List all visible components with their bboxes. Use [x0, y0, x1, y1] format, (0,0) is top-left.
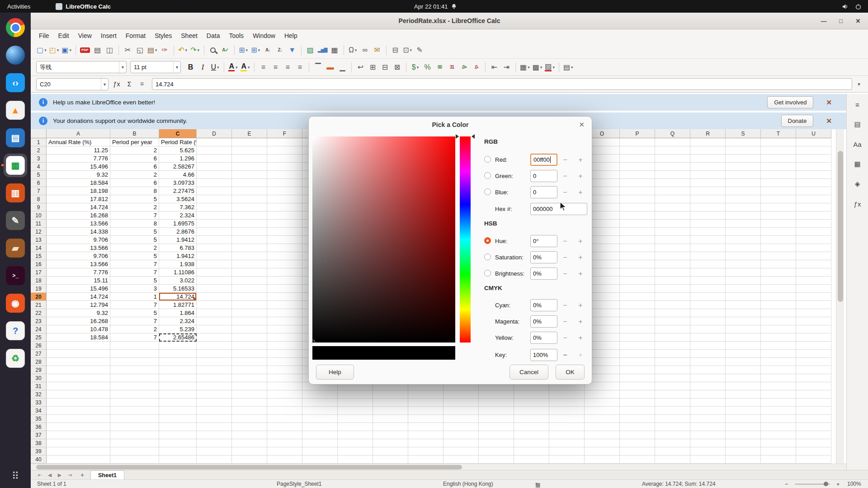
cell-F1[interactable]: [267, 138, 302, 146]
cell-U30[interactable]: [796, 374, 831, 382]
cell-S29[interactable]: [726, 366, 761, 374]
cell-C15[interactable]: 1.9412: [159, 252, 197, 260]
row-header-19[interactable]: 19: [31, 285, 47, 293]
cell-Q17[interactable]: [655, 268, 690, 277]
cell-P17[interactable]: [620, 268, 655, 277]
cell-Q14[interactable]: [655, 244, 690, 252]
cell-F26[interactable]: [267, 342, 302, 350]
cell-F21[interactable]: [267, 301, 302, 309]
insert-row-button[interactable]: ⊞: [237, 44, 250, 56]
cell-Q19[interactable]: [655, 285, 690, 293]
cell-P37[interactable]: [620, 431, 655, 439]
cell-H36[interactable]: [338, 423, 373, 431]
cell-Q5[interactable]: [655, 171, 690, 179]
cell-M40[interactable]: [514, 455, 549, 464]
cell-A38[interactable]: [47, 439, 110, 447]
cell-S32[interactable]: [726, 390, 761, 399]
insert-image-button[interactable]: ▨: [304, 44, 316, 56]
cell-Q25[interactable]: [655, 333, 690, 342]
saturation-input[interactable]: 0%: [530, 251, 557, 263]
cell-M36[interactable]: [514, 423, 549, 431]
cell-T33[interactable]: [761, 399, 796, 407]
insert-comment-button[interactable]: ✉: [371, 44, 383, 56]
blue-increase-button[interactable]: +: [574, 188, 587, 197]
row-header-3[interactable]: 3: [31, 155, 47, 163]
cell-C36[interactable]: [159, 423, 197, 431]
cell-R6[interactable]: [690, 179, 726, 187]
export-pdf-button[interactable]: PDF: [79, 44, 91, 56]
borders-button[interactable]: ▦: [519, 61, 531, 74]
cell-B13[interactable]: 5: [110, 236, 159, 244]
cell-R30[interactable]: [690, 374, 726, 382]
cell-P34[interactable]: [620, 407, 655, 415]
cell-R1[interactable]: [690, 138, 726, 146]
menu-window[interactable]: Window: [248, 30, 280, 41]
cell-T19[interactable]: [761, 285, 796, 293]
key-decrease-button[interactable]: −: [558, 350, 572, 360]
cell-D35[interactable]: [197, 415, 232, 423]
cell-I32[interactable]: [373, 390, 408, 399]
percent-button[interactable]: %: [421, 61, 434, 74]
row-header-23[interactable]: 23: [31, 317, 47, 325]
cell-U6[interactable]: [796, 179, 831, 187]
cell-A15[interactable]: 9.706: [47, 252, 110, 260]
cell-Q37[interactable]: [655, 431, 690, 439]
hue-marker-right-icon[interactable]: [472, 134, 475, 139]
cell-S25[interactable]: [726, 333, 761, 342]
cell-P22[interactable]: [620, 309, 655, 317]
activities-button[interactable]: Activities: [0, 0, 38, 13]
cell-D21[interactable]: [197, 301, 232, 309]
cell-A5[interactable]: 9.32: [47, 171, 110, 179]
cell-E16[interactable]: [232, 260, 267, 268]
cell-A7[interactable]: 18.198: [47, 187, 110, 195]
clone-formatting-button[interactable]: ✑: [159, 44, 171, 56]
row-header-25[interactable]: 25: [31, 333, 47, 342]
cell-C5[interactable]: 4.66: [159, 171, 197, 179]
cell-J37[interactable]: [408, 431, 443, 439]
cell-A36[interactable]: [47, 423, 110, 431]
cell-M39[interactable]: [514, 447, 549, 455]
align-left-button[interactable]: ≡: [257, 61, 269, 74]
cell-B35[interactable]: [110, 415, 159, 423]
cell-I40[interactable]: [373, 455, 408, 464]
row-header-34[interactable]: 34: [31, 407, 47, 415]
column-header-R[interactable]: R: [690, 129, 726, 138]
cell-T25[interactable]: [761, 333, 796, 342]
cell-D7[interactable]: [197, 187, 232, 195]
cell-D26[interactable]: [197, 342, 232, 350]
page-style-label[interactable]: PageStyle_Sheet1: [277, 481, 321, 487]
cell-F24[interactable]: [267, 325, 302, 333]
first-sheet-button[interactable]: ⇤: [35, 471, 44, 479]
row-header-26[interactable]: 26: [31, 342, 47, 350]
cell-B5[interactable]: 2: [110, 171, 159, 179]
cell-U13[interactable]: [796, 236, 831, 244]
cell-U5[interactable]: [796, 171, 831, 179]
key-input[interactable]: 100%: [530, 349, 557, 361]
cell-C25[interactable]: 2.65486: [159, 333, 197, 342]
cell-P2[interactable]: [620, 146, 655, 155]
format-date-button[interactable]: 31: [446, 61, 458, 74]
cell-U28[interactable]: [796, 358, 831, 366]
cell-E3[interactable]: [232, 155, 267, 163]
cell-A4[interactable]: 15.496: [47, 163, 110, 171]
cell-B20[interactable]: 1: [110, 293, 159, 301]
red-input[interactable]: 00ff00: [530, 154, 557, 166]
cell-P23[interactable]: [620, 317, 655, 325]
cell-S19[interactable]: [726, 285, 761, 293]
name-box[interactable]: C20: [36, 78, 108, 90]
cell-E30[interactable]: [232, 374, 267, 382]
cell-E22[interactable]: [232, 309, 267, 317]
cell-F30[interactable]: [267, 374, 302, 382]
cell-F9[interactable]: [267, 203, 302, 211]
row-header-35[interactable]: 35: [31, 415, 47, 423]
cell-E36[interactable]: [232, 423, 267, 431]
cell-U11[interactable]: [796, 220, 831, 228]
cell-G37[interactable]: [302, 431, 338, 439]
cell-C30[interactable]: [159, 374, 197, 382]
cell-P16[interactable]: [620, 260, 655, 268]
cell-G35[interactable]: [302, 415, 338, 423]
cell-S5[interactable]: [726, 171, 761, 179]
cell-K37[interactable]: [443, 431, 479, 439]
cell-D31[interactable]: [197, 382, 232, 390]
cell-B38[interactable]: [110, 439, 159, 447]
